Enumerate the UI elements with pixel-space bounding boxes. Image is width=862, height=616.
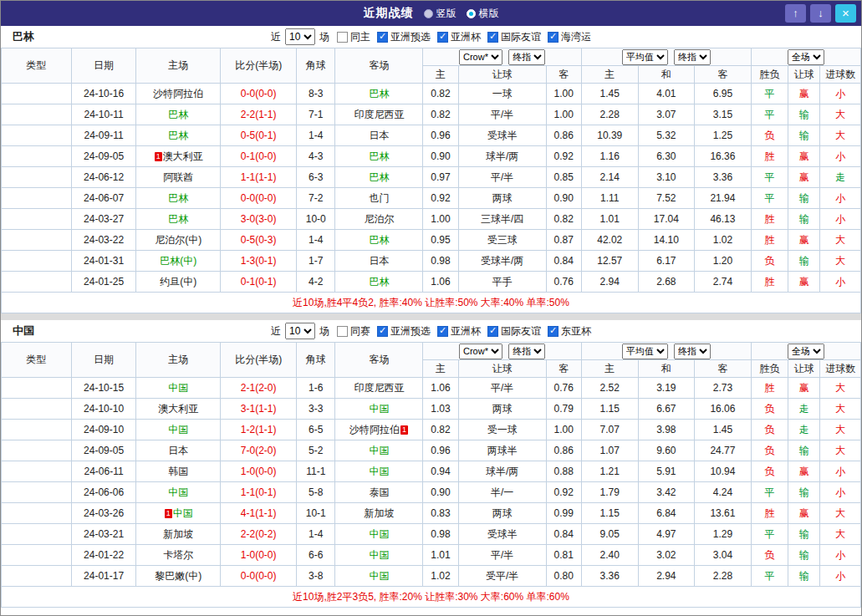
result-handicap-value: 赢 [799,507,809,519]
competition-filter[interactable]: 海湾运 [548,30,591,44]
col-handicap-away: 客 [546,360,581,378]
handicap-line: 平手 [458,272,546,293]
euro-draw-odds: 6.30 [638,146,695,167]
handicap-line: 平/半 [458,167,546,188]
corners: 7-2 [297,188,335,209]
result-handicap-value: 输 [799,486,809,498]
average-select[interactable]: 平均值 [622,344,668,359]
final-odds-select-2[interactable]: 终指 [674,49,711,65]
checkbox-icon[interactable] [437,326,448,337]
match-date: 24-09-05 [71,146,136,167]
home-team: 巴林 [136,209,221,230]
scroll-up-button[interactable]: ↑ [785,4,806,23]
competition-filter-label: 东亚杯 [561,324,591,339]
col-result-goals: 进球数 [820,66,861,84]
competition-type-badge: 亚洲预选 [2,461,72,482]
vertical-layout-radio[interactable]: 竖版 [424,7,457,21]
competition-filter[interactable]: 亚洲杯 [437,324,481,339]
home-team: 中国 [136,420,221,440]
handicap-home-odds: 1.06 [423,272,458,293]
competition-filter[interactable]: 东亚杯 [548,324,591,339]
final-odds-select-2[interactable]: 终指 [674,344,711,359]
handicap-home-odds: 0.90 [423,146,458,167]
competition-type-badge: 亚洲预选 [2,482,72,503]
scope-select-cell: 全场 [751,48,860,66]
away-team-name: 泰国 [369,486,389,498]
checkbox-icon[interactable] [437,32,448,43]
checkbox-icon[interactable] [377,32,388,43]
close-button[interactable]: × [835,4,856,23]
average-select[interactable]: 平均值 [622,49,668,65]
competition-filter[interactable]: 亚洲杯 [437,30,481,44]
euro-home-odds: 3.36 [581,566,638,587]
competition-filter-label: 国际友谊 [501,30,541,44]
team-name: 巴林 [13,29,34,44]
scroll-down-button[interactable]: ↓ [810,4,831,23]
checkbox-icon[interactable] [548,32,559,43]
match-row: 亚洲预选 24-09-05 1澳大利亚 0-1(0-0) 4-3 巴林 0.90… [2,146,861,167]
col-result-handicap: 让球 [788,360,820,378]
final-odds-select[interactable]: 终指 [508,344,545,359]
euro-away-odds: 1.45 [695,420,752,440]
checkbox-icon[interactable] [337,326,348,337]
score: 3-0(3-0) [221,209,297,230]
result-outcome: 负 [751,251,788,272]
match-row: 亚洲预选 24-06-07 巴林 0-0(0-0) 7-2 也门 0.92 两球… [2,188,861,209]
scope-select[interactable]: 全场 [788,344,824,359]
competition-type-badge: 亚洲预选 [2,84,72,104]
home-team: 巴林 [136,188,221,209]
bookmaker-select[interactable]: Crow* [459,344,502,359]
radio-selected-icon[interactable] [467,9,476,18]
match-count-select[interactable]: 10 [285,28,315,45]
away-team-name: 也门 [369,192,389,204]
result-handicap: 输 [788,188,820,209]
handicap-away-odds: 0.80 [546,566,581,587]
handicap-line: 两球 [458,188,546,209]
matches-label: 场 [319,30,329,44]
result-handicap-value: 走 [799,424,809,435]
checkbox-icon[interactable] [377,326,388,337]
away-team-name: 中国 [369,466,389,477]
competition-filter[interactable]: 亚洲预选 [377,30,431,44]
competition-filter[interactable]: 同赛 [337,324,370,339]
match-count-select[interactable]: 10 [285,323,315,339]
summary-row: 近10场,胜2平3负5, 胜率:20% 让胜率:30% 大率:60% 单率:60… [2,587,861,608]
match-date: 24-06-06 [71,482,136,503]
euro-draw-odds: 3.98 [638,420,695,440]
checkbox-icon[interactable] [487,326,498,337]
horizontal-layout-radio[interactable]: 横版 [467,7,499,21]
checkbox-icon[interactable] [337,32,348,43]
handicap-away-odds: 0.76 [546,272,581,293]
scope-select[interactable]: 全场 [788,49,824,65]
checkbox-icon[interactable] [487,32,498,43]
col-score: 比分(半场) [221,48,297,84]
competition-filter[interactable]: 国际友谊 [487,324,541,339]
result-outcome: 平 [751,84,788,104]
euro-away-odds: 4.24 [695,482,752,503]
result-outcome: 胜 [751,378,788,399]
score: 7-0(2-0) [221,440,297,461]
home-team: 沙特阿拉伯 [136,84,221,104]
competition-filter[interactable]: 亚洲预选 [377,324,431,339]
radio-icon[interactable] [424,9,433,18]
match-row: 亚洲杯 24-01-22 卡塔尔 1-0(0-0) 6-6 中国 1.01 平/… [2,545,861,566]
handicap-home-odds: 0.95 [423,230,458,251]
euro-away-odds: 46.13 [695,209,752,230]
checkbox-icon[interactable] [548,326,559,337]
match-date: 24-03-22 [71,230,136,251]
section-china: 中国 近 10 场 同赛 亚洲预选 亚洲杯 [1,320,861,608]
final-odds-select[interactable]: 终指 [508,49,545,65]
competition-filter[interactable]: 国际友谊 [487,30,541,44]
bookmaker-select[interactable]: Crow* [459,49,502,65]
result-goals: 小 [820,566,861,587]
handicap-line: 两球半 [458,440,546,461]
competition-filter[interactable]: 同主 [337,30,370,44]
result-goals-value: 小 [835,549,845,561]
result-handicap: 输 [788,566,820,587]
euro-draw-odds: 5.32 [638,125,695,146]
competition-filter-label: 国际友谊 [501,324,541,339]
away-team: 尼泊尔 [335,209,423,230]
home-team-name: 巴林 [168,109,188,120]
col-result: 胜负 [751,360,788,378]
away-team: 巴林 [335,84,423,104]
